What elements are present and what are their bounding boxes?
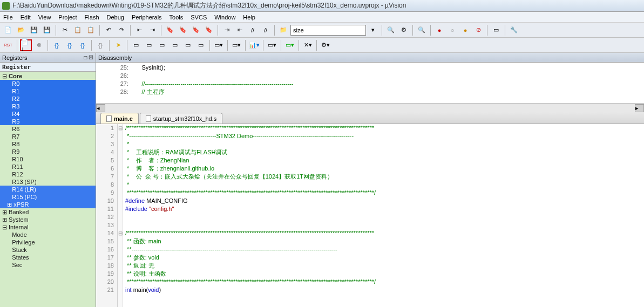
disasm-scrollbar[interactable]: ◂ ▸ [96, 103, 644, 112]
step-into-icon[interactable]: {} [51, 39, 63, 51]
tree-system[interactable]: ⊞ System [0, 216, 96, 223]
int-stack[interactable]: Stack [0, 246, 96, 254]
system-viewer-icon[interactable]: ▭▾ [284, 39, 296, 51]
trace-window-icon[interactable]: ▭▾ [266, 39, 278, 51]
command-window-icon[interactable]: ▭ [130, 39, 142, 51]
reg-r6[interactable]: R6 [0, 125, 96, 133]
menu-file[interactable]: File [3, 14, 13, 21]
cut-icon[interactable]: ✂ [59, 24, 71, 36]
prev-bookmark-icon[interactable]: ⇤ [133, 24, 145, 36]
reg-r9[interactable]: R9 [0, 148, 96, 155]
disassembly-window-icon[interactable]: ▭ [143, 39, 155, 51]
dropdown-icon[interactable]: ▾ [367, 24, 379, 36]
reg-r4[interactable]: R4 [0, 110, 96, 118]
int-sec[interactable]: Sec [0, 261, 96, 269]
menu-peripherals[interactable]: Peripherals [132, 14, 162, 21]
debug-settings-icon[interactable]: ⚙▾ [320, 39, 331, 51]
analysis-window-icon[interactable]: 📊▾ [248, 39, 260, 51]
menu-window[interactable]: Window [214, 14, 235, 21]
memory-window-icon[interactable]: ▭▾ [213, 39, 225, 51]
find-in-files-icon[interactable]: 📁 [277, 24, 289, 36]
open-file-icon[interactable]: 📂 [15, 24, 27, 36]
stop-icon[interactable]: ⊗ [33, 39, 45, 51]
new-file-icon[interactable]: 📄 [2, 24, 14, 36]
reg-r12[interactable]: R12 [0, 170, 96, 178]
menu-view[interactable]: View [38, 14, 51, 21]
breakpoint-enable-icon[interactable]: ○ [446, 24, 458, 36]
reg-r5[interactable]: R5 [0, 118, 96, 125]
paste-icon[interactable]: 📋 [85, 24, 97, 36]
tab-startup[interactable]: startup_stm32f10x_hd.s [140, 113, 222, 124]
run-to-cursor-icon[interactable]: 📄↓ [20, 39, 32, 51]
menu-help[interactable]: Help [243, 14, 255, 21]
find-combo[interactable] [290, 25, 366, 36]
bookmark-clear-icon[interactable]: 🔖 [203, 24, 215, 36]
reg-r11[interactable]: R11 [0, 163, 96, 170]
menu-tools[interactable]: Tools [170, 14, 184, 21]
menu-project[interactable]: Project [58, 14, 77, 21]
menu-debug[interactable]: Debug [107, 14, 124, 21]
step-over-icon[interactable]: {} [64, 39, 76, 51]
reg-r0[interactable]: R0 [0, 80, 96, 87]
debug-start-icon[interactable]: 🔍 [416, 24, 428, 36]
reg-r14[interactable]: R14 (LR) [0, 186, 96, 193]
step-out-icon[interactable]: {} [77, 39, 89, 51]
bookmark-prev-icon[interactable]: 🔖 [177, 24, 189, 36]
symbol-window-icon[interactable]: ▭ [156, 39, 168, 51]
window-list-icon[interactable]: ▭ [490, 24, 502, 36]
configure-icon[interactable]: 🔧 [508, 24, 520, 36]
reg-r7[interactable]: R7 [0, 133, 96, 140]
run-to-line-icon[interactable]: {} [94, 39, 106, 51]
fold-column[interactable]: ⊟⊟ [118, 124, 123, 307]
serial-window-icon[interactable]: ▭▾ [231, 39, 242, 51]
int-mode[interactable]: Mode [0, 231, 96, 238]
call-stack-icon[interactable]: ▭ [182, 39, 194, 51]
int-states[interactable]: States [0, 254, 96, 261]
config-icon[interactable]: ⚙ [398, 24, 410, 36]
bookmark-icon[interactable]: 🔖 [164, 24, 176, 36]
watch-icon[interactable]: ▭ [195, 39, 207, 51]
menu-edit[interactable]: Edit [21, 14, 31, 21]
breakpoint-disable-icon[interactable]: ● [459, 24, 471, 36]
registers-window-icon[interactable]: ▭ [169, 39, 181, 51]
menu-svcs[interactable]: SVCS [191, 14, 207, 21]
reg-r2[interactable]: R2 [0, 95, 96, 103]
breakpoint-insert-icon[interactable]: ● [433, 24, 445, 36]
tab-main-c[interactable]: main.c [100, 113, 139, 124]
reset-icon[interactable]: RST [2, 39, 14, 51]
show-next-icon[interactable]: ➤ [112, 39, 124, 51]
reg-r10[interactable]: R10 [0, 155, 96, 163]
int-privilege[interactable]: Privilege [0, 238, 96, 246]
find-icon[interactable]: 🔍 [385, 24, 397, 36]
redo-icon[interactable]: ↷ [116, 24, 127, 36]
menu-flash[interactable]: Flash [85, 14, 99, 21]
undo-icon[interactable]: ↶ [103, 24, 114, 36]
panel-controls[interactable]: □ ☒ [84, 53, 93, 63]
reg-r13[interactable]: R13 (SP) [0, 178, 96, 186]
register-tree[interactable]: ⊟ Core R0 R1 R2 R3 R4 R5 R6 R7 R8 R9 R10… [0, 72, 96, 307]
bookmark-next-icon[interactable]: 🔖 [190, 24, 202, 36]
indent-icon[interactable]: ⇥ [221, 24, 233, 36]
next-bookmark-icon[interactable]: ⇥ [146, 24, 158, 36]
reg-r8[interactable]: R8 [0, 140, 96, 148]
save-icon[interactable]: 💾 [28, 24, 40, 36]
code-content[interactable]: /***************************************… [123, 124, 644, 307]
tree-core[interactable]: ⊟ Core [0, 72, 96, 80]
save-all-icon[interactable]: 💾 [41, 24, 53, 36]
scroll-left-icon[interactable]: ◂ [96, 104, 105, 112]
disassembly-view[interactable]: 25: SysInit(); 26: 27: //---------------… [96, 63, 644, 103]
outdent-icon[interactable]: ⇤ [234, 24, 246, 36]
toolbox-icon[interactable]: ✕▾ [302, 39, 314, 51]
reg-r3[interactable]: R3 [0, 103, 96, 110]
code-editor[interactable]: 123456789101112131415161718192021 ⊟⊟ /**… [96, 124, 644, 307]
copy-icon[interactable]: 📋 [72, 24, 84, 36]
uncomment-icon[interactable]: // [260, 24, 272, 36]
reg-r15[interactable]: R15 (PC) [0, 193, 96, 201]
tree-internal[interactable]: ⊟ Internal [0, 223, 96, 231]
reg-r1[interactable]: R1 [0, 87, 96, 95]
tree-banked[interactable]: ⊞ Banked [0, 208, 96, 216]
reg-xpsr[interactable]: ⊞ xPSR [0, 201, 96, 208]
breakpoint-kill-icon[interactable]: ⊘ [472, 24, 484, 36]
comment-icon[interactable]: // [247, 24, 259, 36]
scroll-right-icon[interactable]: ▸ [635, 104, 644, 112]
